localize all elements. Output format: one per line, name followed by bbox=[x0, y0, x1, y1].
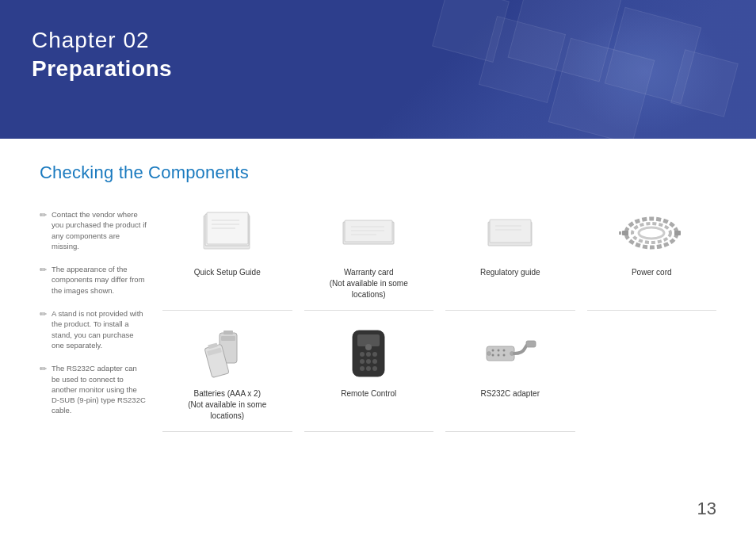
svg-rect-49 bbox=[526, 341, 536, 347]
quick-setup-guide-label: Quick Setup Guide bbox=[194, 267, 261, 278]
note-icon: ✏ bbox=[40, 364, 47, 374]
svg-point-34 bbox=[366, 359, 371, 364]
component-rs232c-adapter: RS232C adapter bbox=[445, 327, 575, 432]
header-pattern bbox=[340, 0, 756, 139]
svg-point-38 bbox=[372, 366, 377, 371]
note-text: The RS232C adapter can be used to connec… bbox=[52, 363, 147, 415]
svg-rect-23 bbox=[223, 331, 233, 334]
power-cord-icon bbox=[616, 205, 687, 261]
svg-rect-7 bbox=[345, 220, 392, 242]
regulatory-guide-icon bbox=[479, 205, 542, 261]
rs232c-adapter-label: RS232C adapter bbox=[481, 388, 540, 399]
remote-control-icon bbox=[337, 327, 400, 382]
svg-point-36 bbox=[360, 366, 365, 371]
warranty-card-icon bbox=[337, 205, 400, 261]
sidebar-notes: ✏ Contact the vendor where you purchased… bbox=[40, 205, 162, 440]
component-empty bbox=[587, 327, 717, 432]
component-power-cord: Power cord bbox=[587, 205, 717, 311]
svg-point-44 bbox=[491, 354, 494, 357]
batteries-icon bbox=[196, 327, 259, 382]
svg-point-47 bbox=[487, 352, 491, 356]
svg-point-43 bbox=[502, 350, 505, 352]
section-title: Checking the Components bbox=[40, 162, 716, 183]
note-item: ✏ The RS232C adapter can be used to conn… bbox=[40, 363, 147, 415]
note-item: ✏ A stand is not provided with the produ… bbox=[40, 308, 147, 350]
svg-rect-24 bbox=[221, 336, 235, 341]
batteries-label: Batteries (AAA x 2)(Not available in som… bbox=[170, 388, 284, 422]
svg-point-17 bbox=[639, 227, 664, 239]
note-icon: ✏ bbox=[40, 265, 47, 275]
remote-control-label: Remote Control bbox=[341, 388, 396, 399]
regulatory-guide-label: Regulatory guide bbox=[480, 267, 540, 278]
svg-point-32 bbox=[372, 352, 377, 357]
note-item: ✏ The appearance of the components may d… bbox=[40, 264, 147, 296]
svg-point-41 bbox=[491, 350, 494, 352]
components-grid: Quick Setup Guide Warran bbox=[162, 205, 716, 440]
components-row-2: Batteries (AAA x 2)(Not available in som… bbox=[162, 327, 716, 432]
svg-rect-12 bbox=[490, 220, 531, 243]
component-regulatory-guide: Regulatory guide bbox=[445, 205, 575, 311]
note-text: Contact the vendor where you purchased t… bbox=[52, 209, 147, 251]
header-decoration bbox=[548, 0, 756, 139]
svg-point-30 bbox=[360, 352, 365, 357]
power-cord-label: Power cord bbox=[632, 267, 672, 278]
quick-setup-guide-icon bbox=[196, 205, 259, 261]
chapter-title: Preparations bbox=[32, 56, 172, 82]
header-text: Chapter 02 Preparations bbox=[32, 28, 172, 82]
main-content: Checking the Components ✏ Contact the ve… bbox=[0, 139, 756, 456]
svg-point-31 bbox=[366, 352, 371, 357]
component-remote-control: Remote Control bbox=[304, 327, 434, 432]
warranty-card-label: Warranty card(Not available in some loca… bbox=[312, 267, 426, 300]
svg-point-45 bbox=[497, 354, 499, 357]
note-text: A stand is not provided with the product… bbox=[52, 308, 147, 350]
page-number: 13 bbox=[697, 499, 716, 519]
chapter-label: Chapter 02 bbox=[32, 28, 172, 53]
note-icon: ✏ bbox=[40, 309, 47, 319]
component-batteries: Batteries (AAA x 2)(Not available in som… bbox=[162, 327, 292, 432]
svg-point-39 bbox=[365, 344, 372, 350]
page-header: Chapter 02 Preparations bbox=[0, 0, 756, 139]
note-icon: ✏ bbox=[40, 210, 47, 220]
note-item: ✏ Contact the vendor where you purchased… bbox=[40, 209, 147, 251]
content-area: ✏ Contact the vendor where you purchased… bbox=[40, 205, 716, 440]
components-row-1: Quick Setup Guide Warran bbox=[162, 205, 716, 311]
rs232c-adapter-icon bbox=[479, 327, 542, 382]
svg-point-37 bbox=[366, 366, 371, 371]
note-text: The appearance of the components may dif… bbox=[52, 264, 147, 296]
svg-rect-18 bbox=[622, 231, 628, 235]
component-quick-setup-guide: Quick Setup Guide bbox=[162, 205, 292, 311]
svg-point-42 bbox=[497, 350, 499, 352]
svg-rect-19 bbox=[674, 231, 681, 235]
svg-point-46 bbox=[502, 354, 505, 357]
svg-point-33 bbox=[360, 359, 365, 364]
component-warranty-card: Warranty card(Not available in some loca… bbox=[304, 205, 434, 311]
svg-point-35 bbox=[372, 359, 377, 364]
